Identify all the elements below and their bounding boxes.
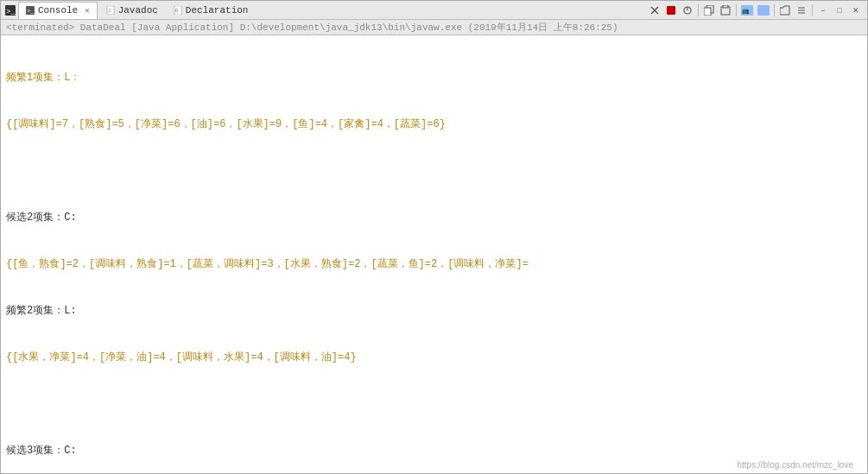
view-options-button[interactable] xyxy=(794,3,809,18)
line-2: {[调味料]=7，[熟食]=5，[净菜]=6，[油]=6，[水果]=9，[鱼]=… xyxy=(6,117,862,132)
line-4: 候选2项集：C: xyxy=(6,210,862,225)
open-file-button[interactable] xyxy=(777,3,793,18)
separator-2 xyxy=(736,4,737,16)
watermark: https://blog.csdn.net/mzc_love xyxy=(737,460,853,470)
title-bar: >_ >_ Console ✕ J Javadoc D Declaratio xyxy=(1,1,867,20)
line-7: {[水果，净菜]=4，[净菜，油]=4，[调味料，水果]=4，[调味料，油]=4… xyxy=(6,350,862,365)
svg-text:>_: >_ xyxy=(27,8,35,15)
clear-console-button[interactable] xyxy=(647,3,662,18)
line-8 xyxy=(6,396,862,412)
maximize-button[interactable]: □ xyxy=(832,3,847,18)
toolbar-controls: 📺 − □ xyxy=(647,3,864,18)
window-icon: >_ xyxy=(4,4,16,16)
stop-button[interactable] xyxy=(663,3,679,18)
svg-rect-11 xyxy=(667,6,675,15)
svg-text:D: D xyxy=(175,9,178,14)
separator-1 xyxy=(698,4,699,16)
status-bar: <terminated> DataDeal [Java Application]… xyxy=(1,20,867,35)
svg-marker-21 xyxy=(780,6,789,15)
debug-button[interactable] xyxy=(680,3,695,18)
svg-rect-20 xyxy=(757,5,770,16)
tab-close-console[interactable]: ✕ xyxy=(85,6,89,16)
svg-text:📺: 📺 xyxy=(742,7,750,15)
javadoc-tab-icon: J xyxy=(106,6,115,15)
line-6: 频繁2项集：L: xyxy=(6,303,862,319)
word-wrap-button[interactable] xyxy=(756,3,771,18)
separator-4 xyxy=(812,4,813,16)
line-5: {[鱼，熟食]=2，[调味料，熟食]=1，[蔬菜，调味料]=3，[水果，熟食]=… xyxy=(6,256,862,272)
console-lines: 频繁1项集：L： {[调味料]=7，[熟食]=5，[净菜]=6，[油]=6，[水… xyxy=(1,37,867,473)
svg-rect-17 xyxy=(723,5,728,8)
console-output[interactable]: 频繁1项集：L： {[调味料]=7，[熟食]=5，[净菜]=6，[油]=6，[水… xyxy=(1,35,867,473)
close-button[interactable]: ✕ xyxy=(848,3,864,18)
line-9: 候选3项集：C: xyxy=(6,443,862,458)
console-tab-icon: >_ xyxy=(26,6,35,15)
tab-javadoc[interactable]: J Javadoc xyxy=(99,2,165,19)
paste-button[interactable] xyxy=(718,3,733,18)
tab-declaration[interactable]: D Declaration xyxy=(167,2,256,19)
copy-button[interactable] xyxy=(701,3,717,18)
svg-text:>_: >_ xyxy=(6,8,16,16)
tab-console[interactable]: >_ Console ✕ xyxy=(18,2,98,19)
line-1: 频繁1项集：L： xyxy=(6,70,862,85)
line-3 xyxy=(6,163,862,179)
status-text: <terminated> DataDeal [Java Application]… xyxy=(6,21,618,34)
svg-rect-15 xyxy=(704,8,711,16)
minimize-button[interactable]: − xyxy=(815,3,831,18)
svg-text:J: J xyxy=(108,9,111,14)
declaration-tab-icon: D xyxy=(174,6,182,15)
separator-3 xyxy=(774,4,775,16)
scroll-lock-button[interactable]: 📺 xyxy=(739,3,755,18)
main-window: >_ >_ Console ✕ J Javadoc D Declaratio xyxy=(0,0,868,474)
